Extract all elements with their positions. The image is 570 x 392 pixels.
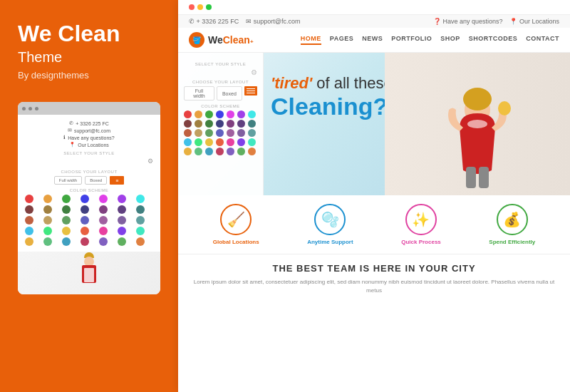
color-swatch[interactable] [99,216,108,225]
settings-color-swatch[interactable] [227,129,234,137]
settings-color-swatch[interactable] [205,120,213,128]
settings-color-swatch[interactable] [248,129,256,137]
color-swatch[interactable] [25,227,33,235]
settings-color-swatch[interactable] [248,138,256,146]
mini-layout-buttons: Full width Boxed ≡ [25,176,153,185]
settings-color-swatch[interactable] [237,138,245,146]
mini-email: ✉ support@fc.com [25,128,153,133]
nav-item-home[interactable]: HOME [301,35,321,45]
svg-rect-5 [466,167,476,188]
settings-color-swatch[interactable] [248,148,256,155]
color-swatch[interactable] [43,237,52,246]
color-swatch[interactable] [81,227,89,235]
color-swatch[interactable] [43,227,52,235]
logo-icon: 🪣 [189,32,204,48]
color-swatch[interactable] [118,237,126,246]
color-swatch[interactable] [118,216,126,225]
color-swatch[interactable] [43,216,52,225]
fullwidth-btn[interactable]: Full width [184,86,214,100]
color-swatch[interactable] [118,227,126,235]
feature-label-2: Quick Process [401,239,441,245]
color-swatch[interactable] [81,237,89,246]
color-swatch[interactable] [43,205,52,214]
mini-girl-apron [84,268,94,282]
settings-color-swatch[interactable] [195,138,202,146]
color-swatch[interactable] [81,195,89,203]
site-header: ✆ + 3326 225 FC ✉ support@fc.com ❓ Have … [178,15,570,53]
mini-fullwidth-btn[interactable]: Full width [54,176,82,185]
settings-color-swatch[interactable] [184,138,192,146]
settings-color-swatch[interactable] [237,129,245,137]
settings-color-swatch[interactable] [184,110,192,118]
settings-gear-icon[interactable]: ⚙ [251,68,257,76]
features-row: 🧹 Global Locations 🫧 Anytime Support ✨ Q… [178,195,570,254]
settings-color-swatch[interactable] [184,129,192,137]
color-swatch[interactable] [118,195,126,203]
color-swatch[interactable] [62,227,71,235]
topbar-phone: ✆ + 3326 225 FC [189,18,239,25]
color-swatch[interactable] [62,216,71,225]
nav-item-shortcodes[interactable]: SHORTCODES [469,35,518,45]
settings-color-swatch[interactable] [205,138,213,146]
settings-color-swatch[interactable] [227,138,234,146]
feature-item-0: 🧹 Global Locations [213,204,259,245]
settings-color-swatch[interactable] [195,110,202,118]
color-swatch[interactable] [62,237,71,246]
color-swatch[interactable] [25,195,33,203]
mini-gear-icon[interactable]: ⚙ [147,158,153,165]
settings-color-swatch[interactable] [216,120,224,128]
color-swatch[interactable] [99,227,108,235]
color-swatch[interactable] [62,205,71,214]
nav-item-shop[interactable]: SHOP [440,35,460,45]
boxed-btn[interactable]: Boxed [217,86,242,100]
settings-color-swatch[interactable] [248,110,256,118]
nav-item-news[interactable]: NEWS [362,35,383,45]
window-bar [178,0,570,15]
settings-color-swatch[interactable] [237,110,245,118]
settings-color-swatch[interactable] [195,120,202,128]
settings-color-swatch[interactable] [205,148,213,155]
color-swatch[interactable] [99,195,108,203]
color-swatch[interactable] [136,237,145,246]
settings-color-swatch[interactable] [195,148,202,155]
color-swatch[interactable] [43,195,52,203]
settings-color-swatch[interactable] [205,129,213,137]
settings-color-swatch[interactable] [216,129,224,137]
settings-color-swatch[interactable] [237,148,245,155]
settings-color-swatch[interactable] [227,148,234,155]
color-swatch[interactable] [136,216,145,225]
settings-color-swatch[interactable] [216,148,224,155]
color-swatch[interactable] [25,216,33,225]
nav-item-pages[interactable]: PAGES [330,35,353,45]
feature-item-1: 🫧 Anytime Support [307,204,353,245]
settings-color-swatch[interactable] [248,120,256,128]
color-swatch[interactable] [136,205,145,214]
settings-color-swatch[interactable] [184,120,192,128]
nav-item-contact[interactable]: CONTACT [526,35,559,45]
color-swatch[interactable] [25,205,33,214]
settings-overlay: SELECT YOUR STYLE ⚙ CHOOSE YOUR LAYOUT F… [178,53,264,195]
hero-cleaning-text: Cleaning? [271,93,393,120]
color-swatch[interactable] [136,227,145,235]
settings-color-swatch[interactable] [237,120,245,128]
settings-color-swatch[interactable] [216,138,224,146]
feature-item-3: 💰 Spend Efficiently [489,204,535,245]
settings-color-swatch[interactable] [184,148,192,155]
layout-buttons-row: Full width Boxed [184,86,257,100]
color-swatch[interactable] [25,237,33,246]
topbar-questions: ❓ Have any questions? [433,18,503,25]
color-swatch[interactable] [81,216,89,225]
settings-color-swatch[interactable] [195,129,202,137]
settings-color-swatch[interactable] [227,110,234,118]
color-swatch[interactable] [99,237,108,246]
color-swatch[interactable] [136,195,145,203]
nav-item-portfolio[interactable]: PORTFOLIO [391,35,432,45]
settings-color-swatch[interactable] [205,110,213,118]
mini-boxed-btn[interactable]: Boxed [85,176,107,185]
color-swatch[interactable] [62,195,71,203]
color-swatch[interactable] [81,205,89,214]
color-swatch[interactable] [99,205,108,214]
settings-color-swatch[interactable] [227,120,234,128]
settings-color-swatch[interactable] [216,110,224,118]
color-swatch[interactable] [118,205,126,214]
